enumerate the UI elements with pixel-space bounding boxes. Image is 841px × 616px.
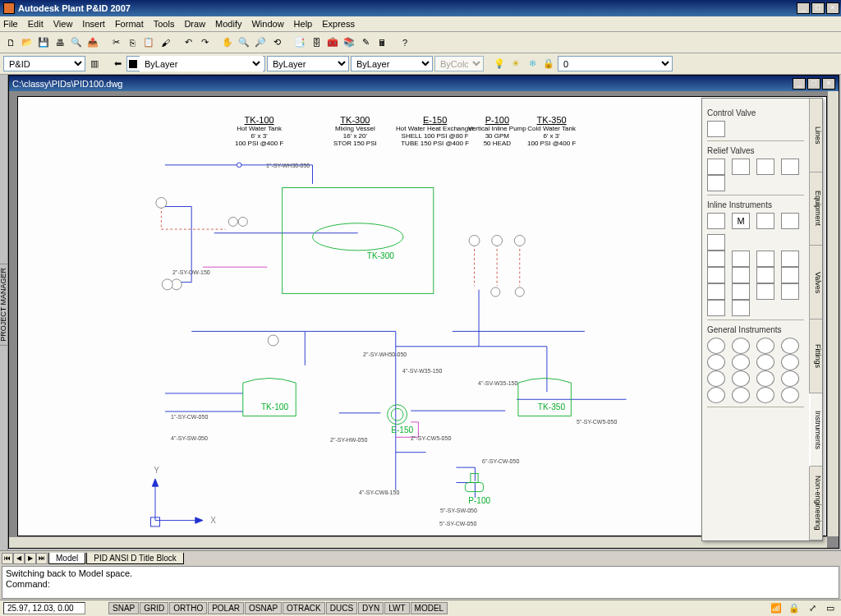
status-mode-otrack[interactable]: OTRACK <box>283 602 325 614</box>
lineweight-combo[interactable]: ByLayer <box>351 56 433 71</box>
palette-tool-g14[interactable] <box>732 387 750 403</box>
palette-tab-non-engineering[interactable]: Non-engineering <box>810 467 822 540</box>
publish-icon[interactable]: 📤 <box>85 35 100 50</box>
tab-next-icon[interactable]: ▶ <box>25 553 36 564</box>
palette-tool-i14[interactable] <box>707 283 725 300</box>
status-mode-dyn[interactable]: DYN <box>358 602 384 614</box>
palette-tab-valves[interactable]: Valves <box>810 246 822 319</box>
status-mode-snap[interactable]: SNAP <box>108 602 139 614</box>
palette-tool-g4[interactable] <box>781 338 799 354</box>
palette-tool-i5[interactable] <box>707 234 725 251</box>
layer-state-combo[interactable]: 0 <box>558 56 673 71</box>
tab-model[interactable]: Model <box>48 553 85 564</box>
undo-icon[interactable]: ↶ <box>181 35 195 50</box>
zoom-win-icon[interactable]: 🔎 <box>253 35 268 50</box>
menu-view[interactable]: View <box>53 19 73 29</box>
status-mode-ducs[interactable]: DUCS <box>326 602 357 614</box>
menu-draw[interactable]: Draw <box>184 19 205 29</box>
doc-minimize-button[interactable]: _ <box>793 78 806 90</box>
status-mode-polar[interactable]: POLAR <box>208 602 244 614</box>
palette-tool-g3[interactable] <box>756 338 774 354</box>
palette-tool-i11[interactable] <box>732 267 750 283</box>
palette-tool-i12[interactable] <box>756 267 774 283</box>
toolpalette-icon[interactable]: 🧰 <box>325 35 340 50</box>
menu-format[interactable]: Format <box>115 19 144 29</box>
lock-icon[interactable]: 🔒 <box>541 57 556 71</box>
palette-tool-g11[interactable] <box>756 370 774 387</box>
doc-maximize-button[interactable]: □ <box>807 78 820 90</box>
pan-icon[interactable]: ✋ <box>220 35 235 50</box>
palette-tool-rv2[interactable] <box>732 159 750 175</box>
layerprev-icon[interactable]: ⬅ <box>110 57 125 71</box>
designcenter-icon[interactable]: 🗄 <box>309 35 324 50</box>
redo-icon[interactable]: ↷ <box>197 35 212 50</box>
palette-tool-i13[interactable] <box>781 267 799 283</box>
palette-tool-i10[interactable] <box>707 267 725 283</box>
status-clean-icon[interactable]: ▭ <box>823 601 838 616</box>
palette-tool-i3[interactable] <box>756 213 774 229</box>
palette-tool-i16[interactable] <box>756 283 774 300</box>
palette-tool-g1[interactable] <box>707 338 725 354</box>
status-mode-osnap[interactable]: OSNAP <box>245 602 282 614</box>
print-icon[interactable]: 🖶 <box>53 35 67 50</box>
light-icon[interactable]: 💡 <box>492 57 507 71</box>
zoom-prev-icon[interactable]: ⟲ <box>269 35 284 50</box>
layer-combo[interactable]: P&ID <box>3 56 85 71</box>
status-mode-lwt[interactable]: LWT <box>384 602 409 614</box>
tab-prev-icon[interactable]: ◀ <box>13 553 25 564</box>
cut-icon[interactable]: ✂ <box>108 35 123 50</box>
palette-tool-i4[interactable] <box>781 213 799 229</box>
menu-express[interactable]: Express <box>322 19 355 29</box>
palette-tool-g5[interactable] <box>707 354 725 370</box>
palette-tool-rv4[interactable] <box>781 159 799 175</box>
v-scrollbar[interactable] <box>827 91 839 536</box>
tab-last-icon[interactable]: ⏭ <box>36 553 48 564</box>
new-icon[interactable]: 🗋 <box>3 35 18 50</box>
status-mode-grid[interactable]: GRID <box>140 602 168 614</box>
menu-file[interactable]: File <box>3 19 18 29</box>
palette-tab-fittings[interactable]: Fittings <box>810 319 822 393</box>
palette-tab-lines[interactable]: Lines <box>810 99 822 172</box>
color-combo[interactable]: ByLayer <box>140 56 263 71</box>
palette-tool-i8[interactable] <box>756 251 774 267</box>
palette-tool-g7[interactable] <box>756 354 774 370</box>
status-comm-icon[interactable]: 📶 <box>769 601 784 616</box>
matchprop-icon[interactable]: 🖌 <box>158 35 172 50</box>
palette-tool-i9[interactable] <box>781 251 799 267</box>
command-line[interactable]: Switching back to Model space. Command: <box>2 566 839 599</box>
project-manager-tab[interactable]: PROJECT MANAGER <box>0 264 8 346</box>
linetype-combo[interactable]: ByLayer <box>267 56 349 71</box>
palette-tool-g12[interactable] <box>781 370 799 387</box>
palette-tool-g2[interactable] <box>732 338 750 354</box>
zoom-rt-icon[interactable]: 🔍 <box>237 35 251 50</box>
open-icon[interactable]: 📂 <box>20 35 34 50</box>
palette-tool-rv5[interactable] <box>707 175 725 191</box>
menu-window[interactable]: Window <box>251 19 283 29</box>
palette-tool-rv1[interactable] <box>707 159 725 175</box>
save-icon[interactable]: 💾 <box>36 35 51 50</box>
palette-tool-i7[interactable] <box>732 251 750 267</box>
sun-icon[interactable]: ☀ <box>508 57 523 71</box>
status-annoscale-icon[interactable]: ⤢ <box>805 601 820 616</box>
menu-edit[interactable]: Edit <box>28 19 44 29</box>
properties-icon[interactable]: 📑 <box>292 35 307 50</box>
palette-tool-g9[interactable] <box>707 370 725 387</box>
palette-tool-i17[interactable] <box>781 283 799 300</box>
palette-tool-g15[interactable] <box>756 387 774 403</box>
palette-tab-equipment[interactable]: Equipment <box>810 172 822 246</box>
maximize-button[interactable]: □ <box>811 2 825 14</box>
menu-tools[interactable]: Tools <box>154 19 175 29</box>
minimize-button[interactable]: _ <box>797 2 810 14</box>
help-icon[interactable]: ? <box>398 35 412 50</box>
menu-insert[interactable]: Insert <box>82 19 105 29</box>
palette-tool-i19[interactable] <box>732 300 750 316</box>
palette-tool-i6[interactable] <box>707 251 725 267</box>
freeze-icon[interactable]: ❄ <box>525 57 540 71</box>
copy-icon[interactable]: ⎘ <box>125 35 140 50</box>
status-mode-model[interactable]: MODEL <box>411 602 448 614</box>
palette-tool-i2[interactable]: M <box>732 213 750 229</box>
palette-tool-g10[interactable] <box>732 370 750 387</box>
palette-tool-g8[interactable] <box>781 354 799 370</box>
palette-tool-g16[interactable] <box>781 387 799 403</box>
markup-icon[interactable]: ✎ <box>358 35 373 50</box>
